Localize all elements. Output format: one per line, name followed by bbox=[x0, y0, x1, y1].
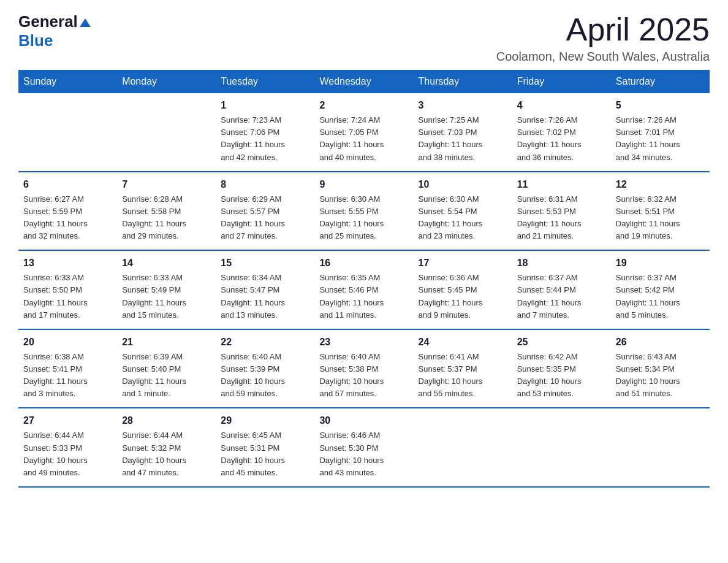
day-info: Sunrise: 6:30 AMSunset: 5:54 PMDaylight:… bbox=[419, 193, 507, 243]
calendar-table: Sunday Monday Tuesday Wednesday Thursday… bbox=[18, 70, 710, 488]
day-info: Sunrise: 6:36 AMSunset: 5:45 PMDaylight:… bbox=[419, 272, 507, 321]
day-number: 21 bbox=[122, 335, 211, 350]
calendar-cell-1-6: 12Sunrise: 6:32 AMSunset: 5:51 PMDayligh… bbox=[611, 172, 710, 251]
day-number: 24 bbox=[419, 335, 507, 350]
header-monday: Monday bbox=[117, 70, 216, 93]
header-friday: Friday bbox=[512, 70, 611, 93]
header-saturday: Saturday bbox=[611, 70, 710, 93]
calendar-row-1: 6Sunrise: 6:27 AMSunset: 5:59 PMDaylight… bbox=[18, 172, 710, 251]
day-info: Sunrise: 6:44 AMSunset: 5:32 PMDaylight:… bbox=[122, 429, 211, 479]
calendar-row-0: 1Sunrise: 7:23 AMSunset: 7:06 PMDaylight… bbox=[18, 93, 710, 172]
day-info: Sunrise: 6:43 AMSunset: 5:34 PMDaylight:… bbox=[616, 351, 705, 400]
calendar-cell-3-2: 22Sunrise: 6:40 AMSunset: 5:39 PMDayligh… bbox=[216, 329, 314, 408]
day-info: Sunrise: 6:38 AMSunset: 5:41 PMDaylight:… bbox=[23, 351, 112, 400]
calendar-cell-0-0 bbox=[18, 93, 117, 172]
day-info: Sunrise: 7:23 AMSunset: 7:06 PMDaylight:… bbox=[221, 114, 309, 164]
day-info: Sunrise: 6:34 AMSunset: 5:47 PMDaylight:… bbox=[221, 272, 309, 321]
day-number: 5 bbox=[616, 98, 705, 113]
calendar-cell-0-3: 2Sunrise: 7:24 AMSunset: 7:05 PMDaylight… bbox=[314, 93, 413, 172]
day-number: 30 bbox=[319, 413, 408, 428]
calendar-body: 1Sunrise: 7:23 AMSunset: 7:06 PMDaylight… bbox=[18, 93, 710, 487]
calendar-cell-3-3: 23Sunrise: 6:40 AMSunset: 5:38 PMDayligh… bbox=[314, 329, 413, 408]
page-header: General Blue April 2025 Coolamon, New So… bbox=[18, 12, 710, 64]
day-number: 6 bbox=[23, 177, 112, 192]
day-number: 15 bbox=[221, 256, 309, 270]
calendar-row-3: 20Sunrise: 6:38 AMSunset: 5:41 PMDayligh… bbox=[18, 329, 710, 408]
day-number: 18 bbox=[517, 256, 606, 270]
calendar-cell-1-0: 6Sunrise: 6:27 AMSunset: 5:59 PMDaylight… bbox=[18, 172, 117, 251]
day-number: 9 bbox=[319, 177, 408, 192]
day-number: 28 bbox=[122, 413, 211, 428]
calendar-cell-1-4: 10Sunrise: 6:30 AMSunset: 5:54 PMDayligh… bbox=[414, 172, 512, 251]
day-info: Sunrise: 7:25 AMSunset: 7:03 PMDaylight:… bbox=[419, 114, 507, 164]
day-number: 4 bbox=[517, 98, 606, 113]
calendar-cell-2-3: 16Sunrise: 6:35 AMSunset: 5:46 PMDayligh… bbox=[314, 250, 413, 329]
calendar-row-2: 13Sunrise: 6:33 AMSunset: 5:50 PMDayligh… bbox=[18, 250, 710, 329]
day-info: Sunrise: 6:37 AMSunset: 5:42 PMDaylight:… bbox=[616, 272, 705, 321]
calendar-cell-2-1: 14Sunrise: 6:33 AMSunset: 5:49 PMDayligh… bbox=[117, 250, 216, 329]
month-title: April 2025 bbox=[496, 12, 710, 47]
day-info: Sunrise: 6:37 AMSunset: 5:44 PMDaylight:… bbox=[517, 272, 606, 321]
calendar-cell-2-6: 19Sunrise: 6:37 AMSunset: 5:42 PMDayligh… bbox=[611, 250, 710, 329]
calendar-cell-4-6 bbox=[611, 408, 710, 487]
calendar-row-4: 27Sunrise: 6:44 AMSunset: 5:33 PMDayligh… bbox=[18, 408, 710, 487]
day-number: 17 bbox=[419, 256, 507, 270]
calendar-cell-3-1: 21Sunrise: 6:39 AMSunset: 5:40 PMDayligh… bbox=[117, 329, 216, 408]
day-number: 23 bbox=[319, 335, 408, 350]
calendar-cell-1-5: 11Sunrise: 6:31 AMSunset: 5:53 PMDayligh… bbox=[512, 172, 611, 251]
location-title: Coolamon, New South Wales, Australia bbox=[496, 50, 710, 64]
calendar-cell-3-0: 20Sunrise: 6:38 AMSunset: 5:41 PMDayligh… bbox=[18, 329, 117, 408]
day-info: Sunrise: 6:41 AMSunset: 5:37 PMDaylight:… bbox=[419, 351, 507, 400]
day-info: Sunrise: 6:46 AMSunset: 5:30 PMDaylight:… bbox=[319, 429, 408, 479]
title-area: April 2025 Coolamon, New South Wales, Au… bbox=[496, 12, 710, 64]
day-number: 19 bbox=[616, 256, 705, 270]
day-info: Sunrise: 6:40 AMSunset: 5:39 PMDaylight:… bbox=[221, 351, 309, 400]
calendar-cell-4-3: 30Sunrise: 6:46 AMSunset: 5:30 PMDayligh… bbox=[314, 408, 413, 487]
day-number: 2 bbox=[319, 98, 408, 113]
calendar-cell-0-5: 4Sunrise: 7:26 AMSunset: 7:02 PMDaylight… bbox=[512, 93, 611, 172]
day-info: Sunrise: 6:42 AMSunset: 5:35 PMDaylight:… bbox=[517, 351, 606, 400]
calendar-cell-1-3: 9Sunrise: 6:30 AMSunset: 5:55 PMDaylight… bbox=[314, 172, 413, 251]
calendar-cell-0-1 bbox=[117, 93, 216, 172]
day-number: 8 bbox=[221, 177, 309, 192]
calendar-cell-1-1: 7Sunrise: 6:28 AMSunset: 5:58 PMDaylight… bbox=[117, 172, 216, 251]
header-tuesday: Tuesday bbox=[216, 70, 314, 93]
calendar-cell-3-4: 24Sunrise: 6:41 AMSunset: 5:37 PMDayligh… bbox=[414, 329, 512, 408]
calendar-cell-2-4: 17Sunrise: 6:36 AMSunset: 5:45 PMDayligh… bbox=[414, 250, 512, 329]
logo: General Blue bbox=[18, 12, 91, 50]
calendar-cell-4-1: 28Sunrise: 6:44 AMSunset: 5:32 PMDayligh… bbox=[117, 408, 216, 487]
day-info: Sunrise: 6:44 AMSunset: 5:33 PMDaylight:… bbox=[23, 429, 112, 479]
day-info: Sunrise: 6:35 AMSunset: 5:46 PMDaylight:… bbox=[319, 272, 408, 321]
day-number: 11 bbox=[517, 177, 606, 192]
day-number: 20 bbox=[23, 335, 112, 350]
calendar-cell-0-6: 5Sunrise: 7:26 AMSunset: 7:01 PMDaylight… bbox=[611, 93, 710, 172]
day-number: 29 bbox=[221, 413, 309, 428]
day-info: Sunrise: 6:31 AMSunset: 5:53 PMDaylight:… bbox=[517, 193, 606, 243]
calendar-cell-2-0: 13Sunrise: 6:33 AMSunset: 5:50 PMDayligh… bbox=[18, 250, 117, 329]
day-info: Sunrise: 6:27 AMSunset: 5:59 PMDaylight:… bbox=[23, 193, 112, 243]
logo-blue-text: Blue bbox=[18, 31, 53, 50]
day-info: Sunrise: 6:29 AMSunset: 5:57 PMDaylight:… bbox=[221, 193, 309, 243]
calendar-cell-0-4: 3Sunrise: 7:25 AMSunset: 7:03 PMDaylight… bbox=[414, 93, 512, 172]
day-info: Sunrise: 6:32 AMSunset: 5:51 PMDaylight:… bbox=[616, 193, 705, 243]
day-info: Sunrise: 6:39 AMSunset: 5:40 PMDaylight:… bbox=[122, 351, 211, 400]
day-number: 10 bbox=[419, 177, 507, 192]
calendar-cell-2-2: 15Sunrise: 6:34 AMSunset: 5:47 PMDayligh… bbox=[216, 250, 314, 329]
calendar-cell-4-0: 27Sunrise: 6:44 AMSunset: 5:33 PMDayligh… bbox=[18, 408, 117, 487]
header-wednesday: Wednesday bbox=[314, 70, 413, 93]
logo-general-text: General bbox=[18, 12, 78, 31]
svg-marker-0 bbox=[80, 18, 91, 27]
day-number: 14 bbox=[122, 256, 211, 270]
header-thursday: Thursday bbox=[414, 70, 512, 93]
calendar-cell-2-5: 18Sunrise: 6:37 AMSunset: 5:44 PMDayligh… bbox=[512, 250, 611, 329]
calendar-cell-4-2: 29Sunrise: 6:45 AMSunset: 5:31 PMDayligh… bbox=[216, 408, 314, 487]
header-sunday: Sunday bbox=[18, 70, 117, 93]
day-number: 13 bbox=[23, 256, 112, 270]
calendar-cell-1-2: 8Sunrise: 6:29 AMSunset: 5:57 PMDaylight… bbox=[216, 172, 314, 251]
day-info: Sunrise: 6:30 AMSunset: 5:55 PMDaylight:… bbox=[319, 193, 408, 243]
day-info: Sunrise: 6:33 AMSunset: 5:49 PMDaylight:… bbox=[122, 272, 211, 321]
day-number: 26 bbox=[616, 335, 705, 350]
calendar-header: Sunday Monday Tuesday Wednesday Thursday… bbox=[18, 70, 710, 93]
day-number: 25 bbox=[517, 335, 606, 350]
calendar-cell-0-2: 1Sunrise: 7:23 AMSunset: 7:06 PMDaylight… bbox=[216, 93, 314, 172]
